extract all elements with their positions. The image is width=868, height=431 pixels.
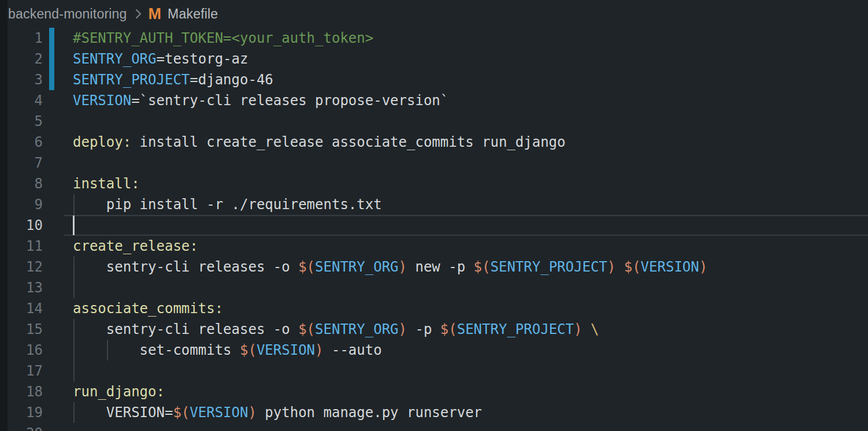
modified-lines-indicator: [49, 49, 54, 69]
code-line[interactable]: 6deploy: install create_release associat…: [0, 132, 868, 153]
code-line[interactable]: 5: [0, 111, 868, 132]
code-token: set-commits: [73, 342, 240, 358]
code-token: $(: [173, 404, 190, 421]
code-token: SENTRY_ORG: [315, 321, 399, 337]
code-line-text[interactable]: set-commits $(VERSION) --auto: [73, 340, 868, 361]
indent-guide: [107, 340, 108, 361]
code-token: $(: [240, 342, 257, 358]
code-token: sentry-cli releases -o: [73, 321, 298, 337]
code-line-text[interactable]: [73, 153, 868, 173]
code-line[interactable]: 11create_release:: [0, 236, 868, 257]
code-token: $(: [298, 321, 315, 337]
code-line-text[interactable]: VERSION=$(VERSION) python manage.py runs…: [73, 402, 868, 423]
code-token: deploy:: [73, 134, 131, 150]
code-token: $(: [474, 259, 491, 275]
code-line[interactable]: 1#SENTRY_AUTH_TOKEN=<your_auth_token>: [0, 28, 868, 49]
code-token: VERSION: [190, 404, 248, 421]
code-line[interactable]: 17: [0, 361, 868, 381]
code-token: ): [699, 259, 707, 275]
code-line[interactable]: 12 sentry-cli releases -o $(SENTRY_ORG) …: [0, 257, 868, 277]
code-line-text[interactable]: [73, 215, 868, 236]
indent-guide: [73, 361, 75, 381]
indent-guide: [73, 402, 75, 423]
code-line-text[interactable]: sentry-cli releases -o $(SENTRY_ORG) -p …: [73, 319, 868, 340]
code-line-text[interactable]: associate_commits:: [73, 298, 868, 319]
code-token: --auto: [324, 342, 382, 358]
code-line[interactable]: 18run_django:: [0, 381, 868, 402]
code-token: create_release:: [73, 238, 198, 254]
code-token: [582, 321, 590, 337]
code-line[interactable]: 16 set-commits $(VERSION) --auto: [0, 340, 868, 361]
code-token: VERSION: [73, 92, 131, 109]
code-token: SENTRY_PROJECT: [457, 321, 574, 337]
code-token: ): [248, 404, 256, 421]
code-line[interactable]: 7: [0, 153, 868, 173]
code-token: pip install -r ./requirements.txt: [73, 196, 382, 213]
code-token: =`sentry-cli releases propose-version`: [131, 92, 448, 109]
code-line-text[interactable]: SENTRY_ORG=testorg-az: [73, 49, 868, 69]
code-line-text[interactable]: deploy: install create_release associate…: [73, 132, 868, 153]
code-line[interactable]: 20: [0, 423, 868, 431]
code-token: install:: [73, 176, 140, 192]
code-line-text[interactable]: run_django:: [73, 381, 868, 402]
code-token: VERSION: [257, 342, 315, 358]
code-line-text[interactable]: VERSION=`sentry-cli releases propose-ver…: [73, 90, 868, 111]
breadcrumb-folder[interactable]: backend-monitoring: [8, 6, 127, 22]
code-line-text[interactable]: create_release:: [73, 236, 868, 257]
modified-lines-indicator: [49, 69, 54, 90]
code-line[interactable]: 10: [0, 215, 868, 236]
code-token: run_django:: [73, 384, 165, 400]
code-token: ): [315, 342, 323, 358]
code-editor[interactable]: 1#SENTRY_AUTH_TOKEN=<your_auth_token>2SE…: [0, 28, 868, 431]
code-line-text[interactable]: [73, 277, 868, 298]
code-line-text[interactable]: [73, 423, 868, 431]
code-token: associate_commits:: [73, 300, 223, 317]
code-line[interactable]: 8install:: [0, 173, 868, 194]
code-token: $(: [298, 259, 315, 275]
code-token: SENTRY_ORG: [73, 51, 157, 67]
code-line-text[interactable]: SENTRY_PROJECT=django-46: [73, 69, 868, 90]
code-line[interactable]: 14associate_commits:: [0, 298, 868, 319]
code-line-text[interactable]: [73, 111, 868, 132]
code-line-text[interactable]: sentry-cli releases -o $(SENTRY_ORG) new…: [73, 257, 868, 277]
code-token: SENTRY_PROJECT: [73, 72, 190, 88]
code-token: \: [591, 321, 599, 337]
code-line-text[interactable]: install:: [73, 173, 868, 194]
code-token: $(: [624, 259, 641, 275]
code-token: =django-46: [190, 72, 273, 88]
code-token: ): [399, 321, 407, 337]
code-token: ): [607, 259, 615, 275]
code-token: #SENTRY_AUTH_TOKEN=<your_auth_token>: [73, 30, 373, 46]
indent-guide: [73, 257, 75, 277]
code-token: install create_release associate_commits…: [131, 134, 565, 150]
code-token: new -p: [407, 259, 474, 275]
editor-left-margin: [0, 0, 8, 431]
code-line-text[interactable]: [73, 361, 868, 381]
code-line[interactable]: 4VERSION=`sentry-cli releases propose-ve…: [0, 90, 868, 111]
code-token: ): [574, 321, 582, 337]
code-token: $(: [440, 321, 457, 337]
code-token: [615, 259, 624, 275]
code-line[interactable]: 9 pip install -r ./requirements.txt: [0, 194, 868, 215]
code-line[interactable]: 13: [0, 277, 868, 298]
modified-lines-indicator: [49, 28, 54, 49]
code-line[interactable]: 3SENTRY_PROJECT=django-46: [0, 69, 868, 90]
code-token: VERSION: [641, 259, 699, 275]
chevron-right-icon: [134, 7, 143, 21]
indent-guide: [73, 194, 75, 215]
code-token: SENTRY_ORG: [315, 259, 399, 275]
code-line-text[interactable]: pip install -r ./requirements.txt: [73, 194, 868, 215]
breadcrumb-file[interactable]: Makefile: [168, 6, 218, 22]
indent-guide: [73, 319, 75, 340]
code-line[interactable]: 15 sentry-cli releases -o $(SENTRY_ORG) …: [0, 319, 868, 340]
code-line[interactable]: 19 VERSION=$(VERSION) python manage.py r…: [0, 402, 868, 423]
text-cursor: [73, 216, 75, 235]
code-token: =testorg-az: [157, 51, 248, 67]
code-token: VERSION=: [73, 404, 173, 421]
code-line-text[interactable]: #SENTRY_AUTH_TOKEN=<your_auth_token>: [73, 28, 868, 49]
code-line[interactable]: 2SENTRY_ORG=testorg-az: [0, 49, 868, 69]
code-token: ): [399, 259, 407, 275]
indent-guide: [73, 277, 75, 298]
code-token: -p: [407, 321, 440, 337]
indent-guide: [73, 340, 75, 361]
